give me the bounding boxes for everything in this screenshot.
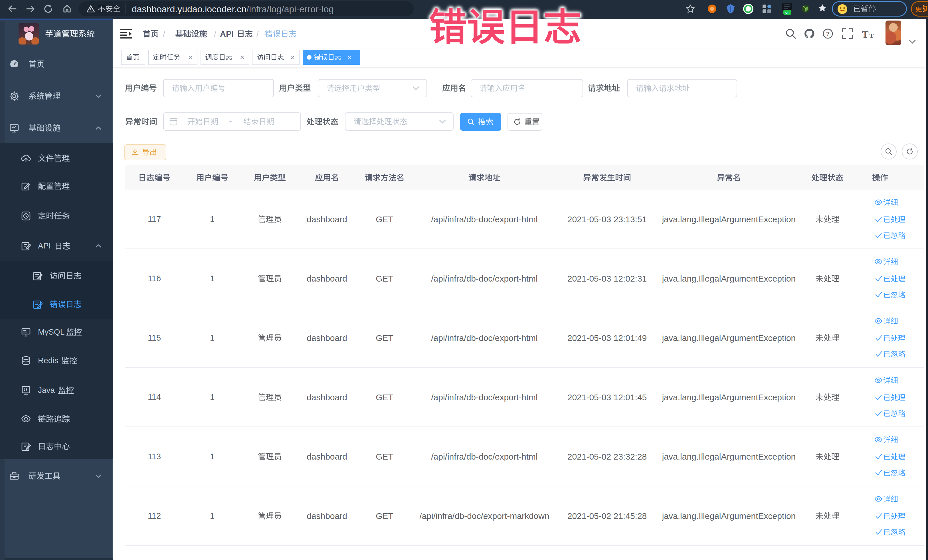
svg-text:?: ?: [826, 31, 830, 37]
svg-text:on: on: [785, 11, 790, 15]
svg-text:T: T: [870, 32, 874, 39]
svg-text:T: T: [862, 29, 868, 40]
